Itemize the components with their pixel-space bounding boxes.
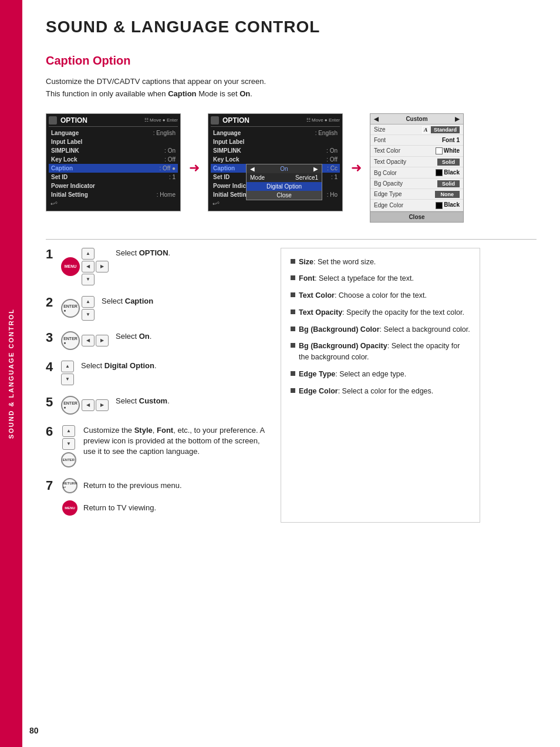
screen1-footer: ↩⁰	[49, 199, 178, 208]
bullet-bgcolor: Bg (Background) Color: Select a backgrou…	[291, 324, 470, 335]
nav2-up[interactable]: ▲	[82, 296, 95, 308]
divider	[46, 239, 537, 240]
nav-down[interactable]: ▼	[82, 274, 95, 285]
bullet-sq-font	[291, 275, 295, 280]
nav6-up[interactable]: ▲	[62, 425, 75, 437]
screen1-row-simplink: SIMPLINK : On	[49, 146, 178, 155]
screen1-nav: ☷ Move ● Enter	[144, 117, 178, 123]
page-title: SOUND & LANGUAGE CONTROL	[46, 18, 537, 36]
custom-panel: ◀ Custom ▶ Size A Standard Font Font 1 T…	[370, 113, 464, 223]
bullet-edgecolor: Edge Color: Select a color for the edges…	[291, 386, 470, 397]
page-number: 80	[29, 726, 39, 735]
screen1-row-setid: Set ID : 1	[49, 173, 178, 181]
screen2-footer: ↩⁰	[211, 199, 340, 208]
textcolor-swatch	[436, 147, 443, 154]
nav4-up[interactable]: ▲	[61, 361, 74, 372]
menu-button[interactable]: MENU	[61, 257, 80, 276]
step4-text: Select Digital Option.	[81, 361, 269, 371]
panel-row-textcolor: Text Color White	[370, 146, 463, 157]
screen2-container: OPTION ☷ Move ● Enter Language : English…	[208, 113, 343, 211]
return-button[interactable]: RETURN↩	[62, 478, 77, 493]
nav6-down[interactable]: ▼	[62, 438, 75, 450]
step7-text: Return to the previous menu.	[83, 481, 182, 490]
bottom-step-7: 7 RETURN↩ Return to the previous menu.	[46, 478, 269, 493]
bullet-font: Font: Select a typeface for the text.	[291, 273, 470, 284]
caption-popup: ◀ On ▶ Mode Service1 Digital Option Clos…	[246, 164, 322, 200]
screen2-icon	[211, 116, 219, 124]
nav-right[interactable]: ▶	[96, 261, 109, 272]
bullet-sq-edgetype	[291, 371, 295, 376]
step3-icons: ENTER● ◀ ▶	[61, 331, 109, 350]
screen2-row-caption: Caption : Cc ◀ On ▶ Mode Service1	[211, 164, 340, 173]
enter-button-2[interactable]: ENTER●	[61, 299, 80, 318]
step6-icons: ▲ ▼ ENTER	[61, 425, 76, 467]
screen2: OPTION ☷ Move ● Enter Language : English…	[208, 113, 343, 211]
enter-button-5[interactable]: ENTER●	[61, 396, 80, 415]
nav-left[interactable]: ◀	[82, 261, 95, 272]
step2-text: Select Caption	[102, 296, 269, 307]
screen1-icon	[49, 116, 57, 124]
bullet-sq-bgcolor	[291, 327, 295, 331]
custom-panel-close[interactable]: Close	[370, 211, 463, 222]
bullet-sq-size	[291, 259, 295, 264]
arrow2: ➜	[351, 160, 362, 176]
nav5-left[interactable]: ◀	[82, 399, 95, 411]
step1-text: Select OPTION.	[116, 248, 269, 258]
step5-text: Select Custom.	[116, 396, 269, 406]
bullet-edgetype: Edge Type: Select an edge type.	[291, 369, 470, 380]
screen2-row-language: Language : English	[211, 129, 340, 137]
intro-text: Customize the DTV/CADTV captions that ap…	[46, 76, 537, 100]
step1-icons: MENU ▲ ◀ ▶ ▼	[61, 248, 109, 285]
bgcolor-swatch	[436, 169, 443, 176]
step2-icons: ENTER● ▲ ▼	[61, 296, 95, 321]
step4-icons: ▲ ▼	[61, 361, 74, 385]
nav3-left[interactable]: ◀	[82, 335, 95, 346]
bullet-textcolor: Text Color: Choose a color for the text.	[291, 290, 470, 301]
screen2-row-inputlabel: Input Label	[211, 137, 340, 146]
panel-row-textopacity: Text Opacity Solid	[370, 157, 463, 167]
nav-up[interactable]: ▲	[82, 248, 95, 260]
screen1-title: OPTION	[60, 116, 87, 124]
step-2: 2 ENTER● ▲ ▼ Select Caption	[46, 296, 269, 321]
enter-button-6[interactable]: ENTER	[61, 452, 76, 467]
screen1-row-language: Language : English	[49, 129, 178, 137]
screen2-nav: ☷ Move ● Enter	[306, 117, 340, 123]
step3-nav: ◀ ▶	[82, 335, 109, 346]
step-5: 5 ENTER● ◀ ▶ Select Custom.	[46, 396, 269, 415]
screen1-row-keylock: Key Lock : Off	[49, 155, 178, 164]
popup-on-row: ◀ On ▶	[247, 164, 322, 173]
nav3-right[interactable]: ▶	[96, 335, 109, 346]
bullet-panel: Size: Set the word size. Font: Select a …	[281, 248, 480, 523]
bullet-sq-textcolor	[291, 292, 295, 297]
menu-button-bottom[interactable]: MENU	[62, 500, 77, 516]
panel-row-edgetype: Edge Type None	[370, 189, 463, 200]
panel-row-bgcolor: Bg Color Black	[370, 167, 463, 179]
enter-button-3[interactable]: ENTER●	[61, 331, 80, 350]
panel-row-edgecolor: Edge Color Black	[370, 200, 463, 211]
custom-label: Custom	[406, 116, 427, 122]
step1-nav: ▲ ◀ ▶ ▼	[82, 248, 109, 285]
nav2-down[interactable]: ▼	[82, 309, 95, 321]
screen2-row-simplink: SIMPLINK : On	[211, 146, 340, 155]
bullet-bgopacity: Bg (Background) Opacity: Select the opac…	[291, 341, 470, 363]
step-4: 4 ▲ ▼ Select Digital Option.	[46, 361, 269, 385]
screen1-header: OPTION ☷ Move ● Enter	[49, 116, 178, 127]
nav4-down[interactable]: ▼	[61, 374, 74, 385]
bottom-steps: 7 RETURN↩ Return to the previous menu. M…	[46, 478, 269, 516]
panel-row-font: Font Font 1	[370, 135, 463, 146]
step-1: 1 MENU ▲ ◀ ▶ ▼	[46, 248, 269, 285]
nav5-right[interactable]: ▶	[96, 399, 109, 411]
section-title: Caption Option	[46, 54, 537, 68]
step-3: 3 ENTER● ◀ ▶ Select On.	[46, 331, 269, 350]
arrow1: ➜	[189, 160, 200, 176]
bullet-sq-edgecolor	[291, 388, 295, 393]
step-6: 6 ▲ ▼ ENTER Customize the Style, Font,	[46, 425, 269, 467]
bullet-size: Size: Set the word size.	[291, 257, 470, 268]
step5-icons: ENTER● ◀ ▶	[61, 396, 109, 415]
screen2-title: OPTION	[222, 116, 249, 124]
bullet-textopacity: Text Opacity: Specify the opacity for th…	[291, 307, 470, 318]
step6-text: Customize the Style, Font, etc., to your…	[83, 425, 269, 457]
steps-left: 1 MENU ▲ ◀ ▶ ▼	[46, 248, 269, 523]
bottom-step-menu: MENU Return to TV viewing.	[46, 500, 269, 516]
screen1-row-caption: Caption : Off ●	[49, 164, 178, 173]
